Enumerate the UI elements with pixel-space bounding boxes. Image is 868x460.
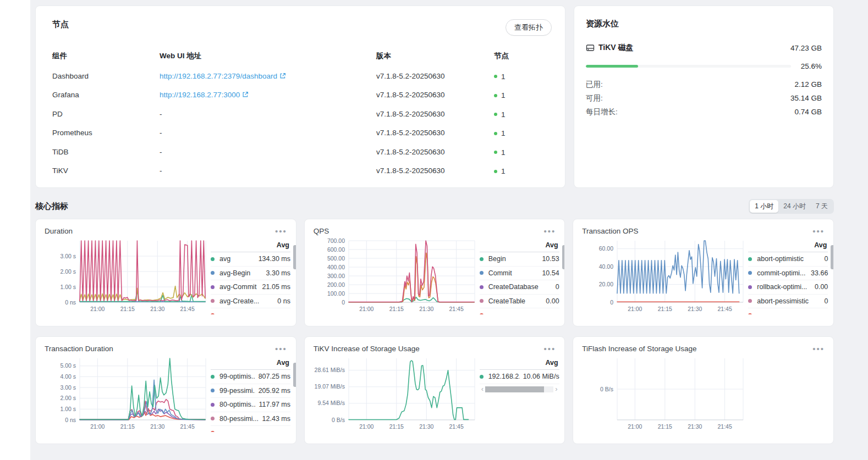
legend-scrollbar-vertical[interactable]	[293, 363, 296, 424]
node-count: 1	[494, 110, 506, 119]
legend-item[interactable]: avg-Create...0 ns	[211, 295, 290, 309]
legend-item[interactable]	[480, 308, 559, 314]
component-name: TiKV	[52, 162, 160, 181]
scrollbar-thumb[interactable]	[831, 245, 834, 269]
legend-scrollbar-vertical[interactable]	[293, 245, 296, 307]
chart-panel-qps: QPS ••• 0100.00200.00300.00400.00500.006…	[304, 219, 565, 326]
node-count: 1	[494, 129, 506, 137]
dashboard-page: 节点 查看拓扑 组件Web UI 地址版本节点 Dashboardhttp://…	[0, 0, 868, 460]
series-name: 99-optimis...	[219, 373, 255, 380]
series-dot-icon	[211, 313, 215, 314]
svg-text:21:15: 21:15	[120, 306, 135, 312]
series-avg-value: 807.25 ms	[259, 373, 290, 380]
legend-item[interactable]: abort-pessimistic0	[748, 295, 828, 309]
series-dot-icon	[211, 417, 215, 420]
tikv-disk-row: TiKV 磁盘 47.23 GB	[586, 43, 822, 53]
more-options-icon[interactable]: •••	[812, 229, 825, 234]
scrollbar-thumb[interactable]	[293, 363, 296, 387]
series-avg-value: 10.06 MiB/s	[523, 373, 559, 380]
legend-item[interactable]: 99-optimis...807.25 ms	[211, 370, 290, 384]
chart-legend: AvgBegin10.53Commit10.54CreateDatabase0C…	[480, 237, 565, 314]
scroll-right-icon[interactable]: ›	[553, 386, 559, 392]
svg-text:21:30: 21:30	[150, 423, 164, 430]
table-row: TiDB-v7.1.8-5.2-202506301	[52, 142, 552, 162]
series-dot-icon	[480, 271, 484, 275]
chart-plot[interactable]: 0100.00200.00300.00400.00500.00600.00700…	[314, 237, 480, 320]
svg-text:21:45: 21:45	[449, 423, 463, 430]
legend-scrollbar-vertical[interactable]	[831, 245, 834, 307]
legend-item[interactable]	[748, 308, 828, 314]
series-avg-value: 3.30 ms	[266, 269, 290, 277]
legend-item[interactable]: 192.168.2.7...10.06 MiB/s	[480, 370, 559, 384]
chart-plot[interactable]: 020.0040.0060.0021:0021:1521:3021:45	[582, 237, 748, 320]
scrollbar-thumb[interactable]	[485, 386, 544, 392]
more-options-icon[interactable]: •••	[275, 229, 287, 234]
legend-scrollbar-vertical[interactable]	[562, 245, 565, 307]
series-name: 80-pessimi...	[219, 415, 259, 423]
scrollbar-track[interactable]	[485, 386, 553, 392]
series-name: CreateDatabase	[488, 283, 552, 291]
more-options-icon[interactable]: •••	[275, 346, 287, 352]
time-range-24h[interactable]: 24 小时	[778, 200, 811, 213]
scroll-left-icon[interactable]: ‹	[480, 386, 485, 392]
legend-item[interactable]: avg-Commit21.05 ms	[211, 280, 290, 295]
legend-item[interactable]: avg-Begin3.30 ms	[211, 267, 290, 281]
chart-plot[interactable]: 0 ns1.00 s2.00 s3.00 s21:0021:1521:3021:…	[45, 237, 211, 320]
status-up-dot	[494, 170, 497, 173]
series-dot-icon	[211, 431, 215, 432]
top-row: 节点 查看拓扑 组件Web UI 地址版本节点 Dashboardhttp://…	[35, 5, 834, 188]
series-avg-value: 0.00	[546, 297, 559, 305]
legend-item[interactable]: 99-pessimi...205.92 ms	[211, 384, 290, 398]
svg-text:21:00: 21:00	[90, 423, 105, 430]
series-name: rollback-optimi...	[757, 283, 811, 291]
legend-item[interactable]: rollback-optimi...0.00	[748, 280, 828, 295]
component-version: v7.1.8-5.2-20250630	[376, 66, 494, 86]
legend-item[interactable]: Begin10.53	[480, 252, 559, 267]
legend-item[interactable]: CreateDatabase0	[480, 280, 559, 295]
more-options-icon[interactable]: •••	[544, 229, 556, 234]
svg-text:2.00 s: 2.00 s	[60, 395, 76, 401]
svg-text:300.00: 300.00	[327, 273, 345, 279]
legend-item[interactable]: commit-optimi...33.66	[748, 267, 828, 281]
series-dot-icon	[211, 389, 215, 392]
time-range-7d[interactable]: 7 天	[811, 200, 833, 213]
status-up-dot	[494, 132, 497, 135]
scrollbar-thumb[interactable]	[562, 245, 565, 269]
svg-text:21:15: 21:15	[389, 423, 403, 430]
legend-item[interactable]: Commit10.54	[480, 267, 559, 281]
node-count: 1	[494, 167, 506, 175]
legend-item[interactable]: 80-optimis...117.97 ms	[211, 398, 290, 412]
svg-text:60.00: 60.00	[599, 245, 613, 252]
more-options-icon[interactable]: •••	[812, 346, 825, 352]
svg-text:500.00: 500.00	[327, 255, 345, 262]
legend-scrollbar-horizontal[interactable]: ‹›	[480, 386, 559, 392]
legend-item[interactable]: CreateTable0.00	[480, 295, 559, 309]
svg-text:3.00 s: 3.00 s	[60, 384, 76, 391]
scrollbar-thumb[interactable]	[293, 245, 296, 269]
svg-text:600.00: 600.00	[327, 246, 345, 253]
chart-plot[interactable]: 0 B/s21:0021:1521:3021:45	[582, 355, 748, 437]
legend-item[interactable]	[211, 426, 290, 432]
webui-link[interactable]: http://192.168.2.77:3000	[160, 91, 249, 99]
more-options-icon[interactable]: •••	[544, 346, 556, 352]
column-header: 节点	[494, 47, 552, 66]
legend-item[interactable]	[211, 308, 290, 314]
chart-panel-duration: Duration ••• 0 ns1.00 s2.00 s3.00 s21:00…	[35, 219, 296, 326]
svg-text:4.00 s: 4.00 s	[60, 373, 76, 380]
webui-link[interactable]: http://192.168.2.77:2379/dashboard	[160, 72, 286, 80]
webui-empty: -	[160, 129, 162, 137]
time-range-1h[interactable]: 1 小时	[750, 200, 778, 213]
series-avg-value: 10.54	[542, 269, 559, 277]
webui-empty: -	[160, 167, 162, 175]
legend-item[interactable]: 80-pessimi...12.43 ms	[211, 412, 290, 426]
disk-stats: 已用: 2.12 GB 可用: 35.14 GB 每日增长: 0.74 GB	[586, 77, 822, 119]
svg-text:21:45: 21:45	[718, 306, 732, 312]
view-topology-button[interactable]: 查看拓扑	[506, 19, 552, 36]
nodes-table-body: Dashboardhttp://192.168.2.77:2379/dashbo…	[52, 66, 552, 180]
legend-item[interactable]: abort-optimistic0	[748, 252, 828, 267]
chart-plot[interactable]: 0 ns1.00 s2.00 s3.00 s4.00 s5.00 s21:002…	[45, 355, 211, 437]
series-name: CreateTable	[488, 297, 543, 305]
chart-plot[interactable]: 0 B/s9.54 MiB/s19.07 MiB/s28.61 MiB/s21:…	[314, 355, 480, 437]
disk-stat-daily-growth: 每日增长: 0.74 GB	[586, 105, 822, 119]
legend-item[interactable]: avg134.30 ms	[211, 252, 290, 267]
